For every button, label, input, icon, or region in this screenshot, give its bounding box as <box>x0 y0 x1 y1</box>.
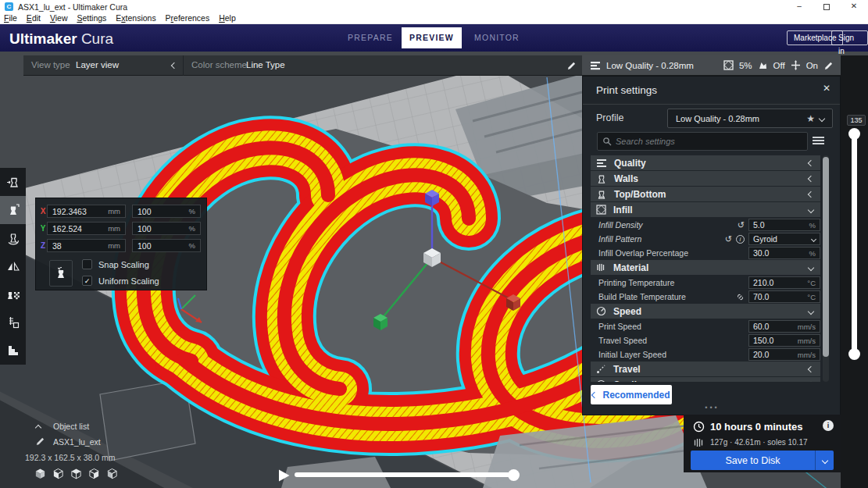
settings-scrollbar-thumb[interactable] <box>823 157 829 357</box>
chevron-collapsed-icon <box>808 365 814 372</box>
scale-y-mm-field[interactable]: 162.524mm <box>47 222 126 235</box>
stairs-icon <box>6 344 20 358</box>
printing-temperature-field[interactable]: 210.0°C <box>748 276 820 289</box>
infill-pattern-dropdown[interactable]: Gyroid <box>748 233 820 245</box>
reset-scale-button[interactable] <box>49 260 73 287</box>
close-panel-icon[interactable]: ✕ <box>823 83 830 94</box>
adhesion-icon <box>791 60 801 70</box>
menu-view[interactable]: View <box>50 13 68 23</box>
search-settings-box[interactable] <box>597 132 808 151</box>
speed-icon <box>596 306 606 316</box>
scale-x-mm-field[interactable]: 192.3463mm <box>47 205 126 218</box>
collapse-view-type-icon[interactable] <box>171 62 177 69</box>
rotate-tool-button[interactable] <box>0 224 26 252</box>
reset-icon[interactable]: ↺ <box>738 221 745 229</box>
setting-row: Infill Pattern ↺ i Gyroid <box>591 232 820 246</box>
view-right-icon[interactable] <box>106 468 118 479</box>
build-plate-temperature-field[interactable]: 70.0°C <box>748 290 820 303</box>
layer-range-track[interactable] <box>852 131 857 358</box>
per-model-settings-button[interactable] <box>0 280 26 308</box>
info-icon[interactable]: i <box>823 420 834 431</box>
infill-overlap-field[interactable]: 30.0% <box>748 247 820 259</box>
support-blocker-button[interactable] <box>0 308 26 337</box>
star-icon[interactable]: ★ <box>806 113 815 124</box>
cura-app-window: { "window": { "title": "ASX1_lu_ext - Ul… <box>0 0 868 488</box>
menu-preferences[interactable]: Preferences <box>166 13 210 23</box>
recommended-mode-button[interactable]: Recommended <box>591 385 672 404</box>
layer-range-upper-handle[interactable] <box>848 128 860 140</box>
profile-dropdown[interactable]: Low Quality - 0.28mm ★ <box>667 109 833 128</box>
chevron-expanded-icon <box>808 206 814 212</box>
move-tool-icon <box>6 175 20 189</box>
link-icon <box>736 293 745 301</box>
color-scheme-value[interactable]: Line Type <box>246 60 285 69</box>
travel-speed-field[interactable]: 150.0mm/s <box>748 334 820 347</box>
chevron-collapsed-icon <box>808 381 814 382</box>
setting-row: Travel Speed 150.0mm/s <box>591 333 820 347</box>
view-front-icon[interactable] <box>52 468 64 479</box>
category-material[interactable]: Material <box>591 260 820 275</box>
view-3d-icon[interactable] <box>34 468 46 479</box>
view-options-bar: View type Layer view Color scheme Line T… <box>23 55 582 76</box>
scale-tool-panel: X 192.3463mm 100% Y 162.524mm 100% Z 38m… <box>35 198 207 290</box>
layer-range-lower-handle[interactable] <box>848 348 860 360</box>
infill-density-field[interactable]: 5.0% <box>748 219 820 231</box>
category-top-bottom[interactable]: Top/Bottom <box>591 187 820 201</box>
snap-scaling-checkbox[interactable] <box>82 259 92 269</box>
reset-icon[interactable]: ↺ <box>725 235 732 243</box>
view-top-icon[interactable] <box>70 468 82 479</box>
category-infill[interactable]: Infill <box>591 202 820 217</box>
menu-file[interactable]: File <box>4 13 17 23</box>
support-icon <box>758 60 768 70</box>
scale-tool-button[interactable] <box>0 196 26 224</box>
play-button[interactable] <box>277 468 291 483</box>
object-name[interactable]: ASX1_lu_ext <box>53 437 101 447</box>
print-estimate-card: 10 hours 0 minutes i 127g · 42.61m · sol… <box>684 415 841 472</box>
minimize-button[interactable]: – <box>788 0 811 13</box>
chevron-collapsed-icon <box>808 175 814 181</box>
view-left-icon[interactable] <box>88 468 100 479</box>
panel-drag-handle[interactable]: ••• <box>583 404 841 411</box>
maximize-button[interactable] <box>815 0 838 13</box>
save-to-disk-button[interactable]: Save to Disk <box>691 451 834 470</box>
menu-settings[interactable]: Settings <box>77 13 106 23</box>
edit-pencil-icon[interactable] <box>566 61 576 70</box>
tab-prepare[interactable]: PREPARE <box>342 24 398 52</box>
object-list-label[interactable]: Object list <box>53 422 89 431</box>
menu-help[interactable]: Help <box>219 13 236 23</box>
scale-y-percent-field[interactable]: 100% <box>132 222 201 235</box>
scale-x-percent-field[interactable]: 100% <box>132 205 201 218</box>
print-settings-summary-bar[interactable]: Low Quality - 0.28mm 5% Off On <box>582 55 841 76</box>
tab-preview[interactable]: PREVIEW <box>402 27 462 48</box>
initial-layer-speed-field[interactable]: 20.0mm/s <box>748 348 820 361</box>
stairs-tool-button[interactable] <box>0 337 26 365</box>
search-input[interactable] <box>616 137 802 146</box>
category-travel[interactable]: Travel <box>591 362 820 376</box>
sign-in-button[interactable]: Sign in <box>831 30 868 45</box>
mirror-tool-button[interactable] <box>0 252 26 280</box>
info-icon[interactable]: i <box>736 235 745 244</box>
tab-monitor[interactable]: MONITOR <box>469 24 525 52</box>
scale-z-mm-field[interactable]: 38mm <box>47 239 126 252</box>
rename-pencil-icon[interactable] <box>35 436 45 446</box>
walls-icon <box>596 173 607 184</box>
output-device-selector[interactable] <box>815 451 834 470</box>
close-button[interactable]: ✕ <box>842 0 866 13</box>
scale-z-percent-field[interactable]: 100% <box>132 239 201 252</box>
uniform-scaling-checkbox[interactable]: ✓ <box>82 276 92 286</box>
category-walls[interactable]: Walls <box>591 171 820 186</box>
simulation-slider-track[interactable] <box>295 472 514 477</box>
category-quality[interactable]: Quality <box>591 155 820 170</box>
simulation-slider-handle[interactable] <box>508 469 520 481</box>
edit-settings-pencil-icon[interactable] <box>823 61 833 70</box>
settings-menu-icon[interactable] <box>813 137 824 146</box>
view-type-value[interactable]: Layer view <box>76 60 119 69</box>
menu-extensions[interactable]: Extensions <box>116 13 155 23</box>
menu-edit[interactable]: Edit <box>27 13 41 23</box>
quality-icon <box>596 158 607 168</box>
print-speed-field[interactable]: 60.0mm/s <box>748 320 820 333</box>
category-speed[interactable]: Speed <box>591 304 820 319</box>
x-axis-label: X <box>39 207 47 216</box>
move-tool-button[interactable] <box>0 168 26 196</box>
category-cooling[interactable]: Cooling <box>591 377 820 382</box>
